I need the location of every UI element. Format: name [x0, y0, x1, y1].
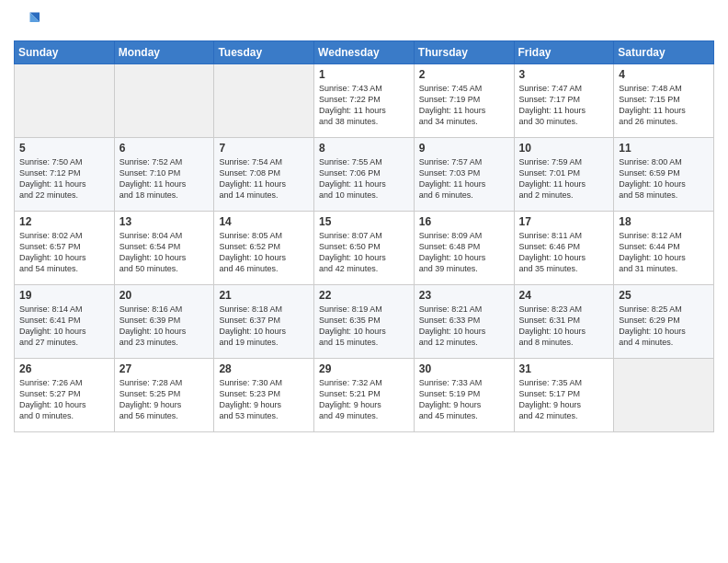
- day-number: 16: [419, 215, 509, 228]
- cell-content: Sunrise: 8:19 AMSunset: 6:35 PMDaylight:…: [319, 304, 409, 349]
- cell-content: Sunrise: 7:47 AMSunset: 7:17 PMDaylight:…: [519, 83, 609, 128]
- day-number: 6: [119, 142, 210, 155]
- cell-content: Sunrise: 8:02 AMSunset: 6:57 PMDaylight:…: [19, 230, 109, 275]
- calendar-week-row: 1Sunrise: 7:43 AMSunset: 7:22 PMDaylight…: [15, 64, 714, 138]
- cell-content: Sunrise: 7:48 AMSunset: 7:15 PMDaylight:…: [619, 83, 709, 128]
- cell-content: Sunrise: 8:16 AMSunset: 6:39 PMDaylight:…: [119, 304, 210, 349]
- day-number: 1: [319, 68, 409, 81]
- day-number: 20: [119, 289, 210, 302]
- day-number: 19: [19, 289, 109, 302]
- calendar-cell: 10Sunrise: 7:59 AMSunset: 7:01 PMDayligh…: [514, 138, 614, 212]
- weekday-header-sunday: Sunday: [15, 41, 115, 64]
- calendar-cell: 12Sunrise: 8:02 AMSunset: 6:57 PMDayligh…: [15, 212, 115, 285]
- calendar-cell: 17Sunrise: 8:11 AMSunset: 6:46 PMDayligh…: [514, 212, 614, 285]
- cell-content: Sunrise: 8:05 AMSunset: 6:52 PMDaylight:…: [219, 230, 309, 275]
- day-number: 8: [319, 142, 409, 155]
- cell-content: Sunrise: 8:23 AMSunset: 6:31 PMDaylight:…: [519, 304, 609, 349]
- cell-content: Sunrise: 7:59 AMSunset: 7:01 PMDaylight:…: [519, 156, 609, 201]
- day-number: 26: [19, 362, 109, 375]
- day-number: 27: [119, 362, 210, 375]
- calendar-cell: 21Sunrise: 8:18 AMSunset: 6:37 PMDayligh…: [214, 285, 314, 359]
- calendar-cell: 4Sunrise: 7:48 AMSunset: 7:15 PMDaylight…: [614, 64, 714, 138]
- calendar-cell: 26Sunrise: 7:26 AMSunset: 5:27 PMDayligh…: [15, 359, 115, 432]
- calendar-cell: 31Sunrise: 7:35 AMSunset: 5:17 PMDayligh…: [514, 359, 614, 432]
- weekday-header-thursday: Thursday: [414, 41, 514, 64]
- calendar-cell: 30Sunrise: 7:33 AMSunset: 5:19 PMDayligh…: [414, 359, 514, 432]
- calendar-cell: 13Sunrise: 8:04 AMSunset: 6:54 PMDayligh…: [114, 212, 214, 285]
- calendar-cell: 2Sunrise: 7:45 AMSunset: 7:19 PMDaylight…: [414, 64, 514, 138]
- day-number: 12: [19, 215, 109, 228]
- cell-content: Sunrise: 8:07 AMSunset: 6:50 PMDaylight:…: [319, 230, 409, 275]
- day-number: 25: [619, 289, 709, 302]
- day-number: 11: [619, 142, 709, 155]
- cell-content: Sunrise: 8:18 AMSunset: 6:37 PMDaylight:…: [219, 304, 309, 349]
- calendar-cell: 19Sunrise: 8:14 AMSunset: 6:41 PMDayligh…: [15, 285, 115, 359]
- cell-content: Sunrise: 8:04 AMSunset: 6:54 PMDaylight:…: [119, 230, 210, 275]
- cell-content: Sunrise: 7:28 AMSunset: 5:25 PMDaylight:…: [119, 377, 210, 422]
- calendar-cell: 16Sunrise: 8:09 AMSunset: 6:48 PMDayligh…: [414, 212, 514, 285]
- day-number: 9: [419, 142, 509, 155]
- calendar-cell: 8Sunrise: 7:55 AMSunset: 7:06 PMDaylight…: [314, 138, 415, 212]
- day-number: 5: [19, 142, 109, 155]
- day-number: 3: [519, 68, 609, 81]
- day-number: 18: [619, 215, 709, 228]
- weekday-header-monday: Monday: [114, 41, 214, 64]
- weekday-header-tuesday: Tuesday: [214, 41, 314, 64]
- cell-content: Sunrise: 7:50 AMSunset: 7:12 PMDaylight:…: [19, 156, 109, 201]
- day-number: 30: [419, 362, 509, 375]
- calendar-cell: 28Sunrise: 7:30 AMSunset: 5:23 PMDayligh…: [214, 359, 314, 432]
- cell-content: Sunrise: 7:57 AMSunset: 7:03 PMDaylight:…: [419, 156, 509, 201]
- weekday-header-friday: Friday: [514, 41, 614, 64]
- calendar-cell: 15Sunrise: 8:07 AMSunset: 6:50 PMDayligh…: [314, 212, 415, 285]
- cell-content: Sunrise: 8:11 AMSunset: 6:46 PMDaylight:…: [519, 230, 609, 275]
- day-number: 7: [219, 142, 309, 155]
- calendar-cell: 24Sunrise: 8:23 AMSunset: 6:31 PMDayligh…: [514, 285, 614, 359]
- day-number: 15: [319, 215, 409, 228]
- calendar-cell: [614, 359, 714, 432]
- cell-content: Sunrise: 7:26 AMSunset: 5:27 PMDaylight:…: [19, 377, 109, 422]
- page: SundayMondayTuesdayWednesdayThursdayFrid…: [0, 0, 728, 563]
- day-number: 14: [219, 215, 309, 228]
- cell-content: Sunrise: 8:21 AMSunset: 6:33 PMDaylight:…: [419, 304, 509, 349]
- day-number: 28: [219, 362, 309, 375]
- logo-icon: [14, 9, 40, 35]
- weekday-header-wednesday: Wednesday: [314, 41, 415, 64]
- weekday-header-saturday: Saturday: [614, 41, 714, 64]
- cell-content: Sunrise: 7:30 AMSunset: 5:23 PMDaylight:…: [219, 377, 309, 422]
- calendar-cell: 6Sunrise: 7:52 AMSunset: 7:10 PMDaylight…: [114, 138, 214, 212]
- calendar-cell: 20Sunrise: 8:16 AMSunset: 6:39 PMDayligh…: [114, 285, 214, 359]
- cell-content: Sunrise: 7:43 AMSunset: 7:22 PMDaylight:…: [319, 83, 409, 128]
- calendar-cell: [214, 64, 314, 138]
- day-number: 21: [219, 289, 309, 302]
- calendar-cell: 14Sunrise: 8:05 AMSunset: 6:52 PMDayligh…: [214, 212, 314, 285]
- calendar-week-row: 5Sunrise: 7:50 AMSunset: 7:12 PMDaylight…: [15, 138, 714, 212]
- cell-content: Sunrise: 7:45 AMSunset: 7:19 PMDaylight:…: [419, 83, 509, 128]
- logo: [14, 9, 43, 35]
- cell-content: Sunrise: 8:00 AMSunset: 6:59 PMDaylight:…: [619, 156, 709, 201]
- calendar-cell: 3Sunrise: 7:47 AMSunset: 7:17 PMDaylight…: [514, 64, 614, 138]
- day-number: 2: [419, 68, 509, 81]
- calendar-cell: 1Sunrise: 7:43 AMSunset: 7:22 PMDaylight…: [314, 64, 415, 138]
- day-number: 24: [519, 289, 609, 302]
- cell-content: Sunrise: 7:35 AMSunset: 5:17 PMDaylight:…: [519, 377, 609, 422]
- cell-content: Sunrise: 7:33 AMSunset: 5:19 PMDaylight:…: [419, 377, 509, 422]
- day-number: 17: [519, 215, 609, 228]
- cell-content: Sunrise: 8:14 AMSunset: 6:41 PMDaylight:…: [19, 304, 109, 349]
- day-number: 13: [119, 215, 210, 228]
- header: [14, 9, 714, 35]
- day-number: 23: [419, 289, 509, 302]
- calendar-cell: 18Sunrise: 8:12 AMSunset: 6:44 PMDayligh…: [614, 212, 714, 285]
- calendar-week-row: 12Sunrise: 8:02 AMSunset: 6:57 PMDayligh…: [15, 212, 714, 285]
- day-number: 31: [519, 362, 609, 375]
- calendar-week-row: 26Sunrise: 7:26 AMSunset: 5:27 PMDayligh…: [15, 359, 714, 432]
- calendar-cell: 7Sunrise: 7:54 AMSunset: 7:08 PMDaylight…: [214, 138, 314, 212]
- cell-content: Sunrise: 7:54 AMSunset: 7:08 PMDaylight:…: [219, 156, 309, 201]
- cell-content: Sunrise: 7:32 AMSunset: 5:21 PMDaylight:…: [319, 377, 409, 422]
- calendar-cell: 11Sunrise: 8:00 AMSunset: 6:59 PMDayligh…: [614, 138, 714, 212]
- day-number: 29: [319, 362, 409, 375]
- day-number: 10: [519, 142, 609, 155]
- weekday-header-row: SundayMondayTuesdayWednesdayThursdayFrid…: [15, 41, 714, 64]
- calendar-cell: [15, 64, 115, 138]
- cell-content: Sunrise: 8:12 AMSunset: 6:44 PMDaylight:…: [619, 230, 709, 275]
- calendar-cell: 23Sunrise: 8:21 AMSunset: 6:33 PMDayligh…: [414, 285, 514, 359]
